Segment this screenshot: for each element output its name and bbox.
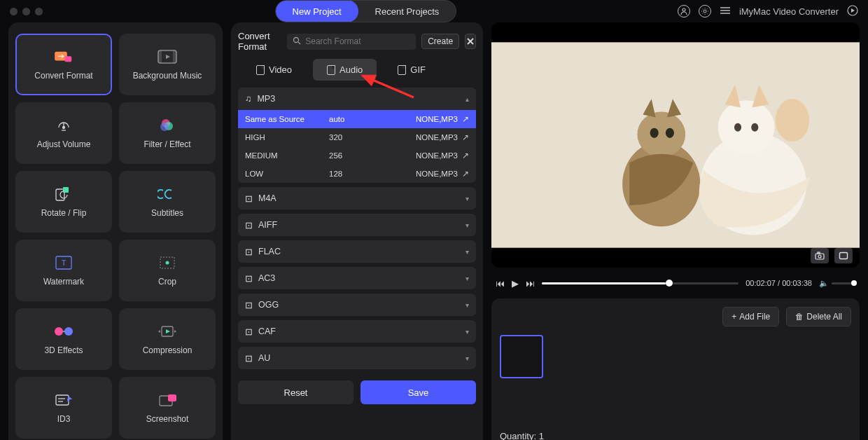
svg-rect-11 [173, 50, 176, 63]
svg-point-18 [160, 123, 169, 131]
svg-point-45 [650, 128, 659, 138]
chevron-down-icon: ▾ [465, 301, 469, 309]
progress-bar[interactable] [542, 282, 738, 284]
fmt-group-mp3: ♫ MP3 ▴ Same as Source auto NONE,MP3↗ HI… [238, 88, 476, 183]
panel-title: Convert Format [238, 31, 281, 52]
time-display: 00:02:07 / 00:03:38 [746, 279, 812, 287]
video-preview[interactable] [491, 22, 860, 268]
format-icon: ⊡ [245, 247, 253, 257]
tool-subtitles[interactable]: Subtitles [119, 171, 216, 233]
preset-low[interactable]: LOW 128 NONE,MP3↗ [238, 165, 476, 183]
tool-filter-effect[interactable]: Filter / Effect [119, 102, 216, 164]
tool-watermark[interactable]: T Watermark [15, 240, 112, 301]
fmt-group-caf: ⊡CAF▾ [238, 320, 476, 343]
snapshot-button[interactable] [811, 248, 829, 263]
format-icon: ⊡ [245, 193, 253, 204]
record-icon[interactable] [847, 5, 858, 18]
tool-label: Rotate / Flip [41, 208, 87, 218]
prev-button[interactable]: ⏮ [496, 278, 505, 289]
tool-sidebar: Convert Format Background Music Adjust V… [8, 22, 223, 440]
menu-icon[interactable] [720, 6, 731, 17]
format-icon: ⊡ [245, 273, 253, 284]
preset-medium[interactable]: MEDIUM 256 NONE,MP3↗ [238, 146, 476, 165]
fmt-head-aiff[interactable]: ⊡AIFF▾ [238, 214, 476, 236]
mp3-presets: Same as Source auto NONE,MP3↗ HIGH 320 N… [238, 110, 476, 183]
tool-3d-effects[interactable]: 3D Effects [15, 308, 112, 370]
progress-knob[interactable] [666, 280, 673, 287]
svg-rect-20 [63, 187, 69, 193]
thumbnail-item[interactable] [500, 335, 543, 378]
svg-point-14 [63, 127, 65, 129]
center-header: Convert Format Create [238, 31, 476, 52]
external-icon[interactable]: ↗ [462, 151, 469, 160]
chevron-down-icon: ▾ [465, 195, 469, 202]
convert-icon [52, 48, 75, 65]
fmt-tab-video[interactable]: Video [242, 59, 306, 81]
play-button[interactable]: ▶ [512, 278, 519, 289]
macos-close[interactable] [10, 8, 18, 15]
svg-text:T: T [62, 259, 66, 267]
macos-maximize[interactable] [35, 8, 43, 15]
volume-icon[interactable]: 🔈 [819, 279, 829, 288]
search-wrap [287, 34, 416, 50]
doc-icon [256, 65, 265, 75]
chevron-down-icon: ▾ [465, 221, 469, 229]
window-controls [10, 8, 43, 15]
tab-new-project[interactable]: New Project [276, 0, 358, 22]
svg-point-0 [682, 8, 685, 11]
volume-control: 🔈 [819, 279, 855, 288]
preset-high[interactable]: HIGH 320 NONE,MP3↗ [238, 128, 476, 146]
macos-minimize[interactable] [22, 8, 30, 15]
search-input[interactable] [305, 36, 410, 46]
format-icon: ⊡ [245, 300, 253, 310]
tool-adjust-volume[interactable]: Adjust Volume [15, 102, 112, 164]
volume-slider[interactable] [832, 282, 855, 284]
create-button[interactable]: Create [421, 34, 459, 49]
tool-rotate-flip[interactable]: Rotate / Flip [15, 171, 112, 233]
delete-all-button[interactable]: 🗑Delete All [786, 307, 851, 326]
tool-label: Convert Format [34, 71, 92, 81]
next-button[interactable]: ⏭ [526, 278, 535, 289]
tool-background-music[interactable]: Background Music [119, 34, 216, 95]
fmt-group-ogg: ⊡OGG▾ [238, 294, 476, 316]
add-file-button[interactable]: +Add File [722, 307, 779, 326]
center-footer: Reset Save [238, 375, 476, 404]
settings-gear-icon[interactable] [699, 5, 711, 18]
fmt-head-flac[interactable]: ⊡FLAC▾ [238, 240, 476, 263]
svg-rect-34 [168, 394, 176, 401]
svg-point-24 [166, 261, 169, 265]
tool-convert-format[interactable]: Convert Format [15, 34, 112, 95]
tab-recent-projects[interactable]: Recent Projects [358, 0, 456, 22]
fullscreen-button[interactable] [834, 248, 853, 263]
account-icon[interactable] [678, 5, 690, 18]
external-icon[interactable]: ↗ [462, 115, 469, 123]
format-icon: ⊡ [245, 353, 253, 364]
fmt-head-mp3[interactable]: ♫ MP3 ▴ [238, 88, 476, 110]
progress-fill [542, 282, 666, 284]
reset-button[interactable]: Reset [238, 380, 354, 404]
external-icon[interactable]: ↗ [462, 170, 469, 178]
filter-icon [156, 117, 178, 134]
fmt-head-ac3[interactable]: ⊡AC3▾ [238, 267, 476, 289]
fmt-tab-audio[interactable]: Audio [313, 59, 377, 81]
svg-rect-30 [56, 395, 69, 405]
fmt-group-m4a: ⊡M4A▾ [238, 187, 476, 209]
tool-compression[interactable]: Compression [119, 308, 216, 370]
preset-same-source[interactable]: Same as Source auto NONE,MP3↗ [238, 110, 476, 128]
save-button[interactable]: Save [360, 380, 476, 404]
app-body: Convert Format Background Music Adjust V… [0, 22, 868, 440]
fmt-head-caf[interactable]: ⊡CAF▾ [238, 320, 476, 343]
tool-crop[interactable]: Crop [119, 240, 216, 301]
tool-screenshot[interactable]: Screenshot [119, 377, 216, 439]
svg-marker-6 [851, 8, 855, 13]
fmt-head-au[interactable]: ⊡AU▾ [238, 347, 476, 369]
external-icon[interactable]: ↗ [462, 133, 469, 142]
fmt-group-aiff: ⊡AIFF▾ [238, 214, 476, 236]
fmt-tab-gif[interactable]: GIF [384, 59, 440, 81]
right-panel: ⏮ ▶ ⏭ 00:02:07 / 00:03:38 🔈 +Add File 🗑D… [491, 22, 860, 440]
fmt-head-ogg[interactable]: ⊡OGG▾ [238, 294, 476, 316]
close-button[interactable] [465, 34, 476, 49]
fmt-head-m4a[interactable]: ⊡M4A▾ [238, 187, 476, 209]
svg-rect-8 [65, 56, 72, 62]
tool-id3[interactable]: ID3 [15, 377, 112, 439]
